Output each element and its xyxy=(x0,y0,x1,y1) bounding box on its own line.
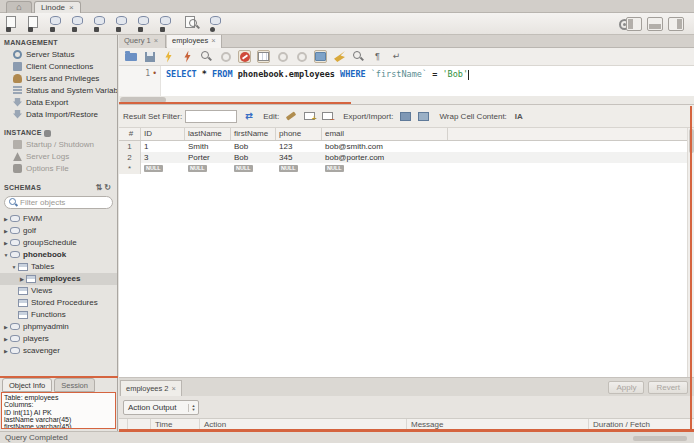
tree-item-employees[interactable]: ▶employees xyxy=(0,273,117,285)
chevron-right-icon[interactable]: ▶ xyxy=(18,276,26,282)
cell-firstname[interactable]: Bob xyxy=(231,152,276,163)
sidebar-item-server-status[interactable]: Server Status xyxy=(0,48,117,60)
close-icon[interactable]: × xyxy=(211,36,215,45)
chevron-right-icon[interactable]: ▶ xyxy=(2,348,10,354)
refresh-icon[interactable]: ↻ xyxy=(104,183,113,192)
wrap-cell-icon[interactable]: IA xyxy=(513,110,525,122)
autocommit-toggle-icon[interactable] xyxy=(314,50,327,63)
sql-code-editor[interactable]: 1• SELECT * FROM phonebook.employees WHE… xyxy=(119,66,694,96)
chevron-right-icon[interactable]: ▶ xyxy=(2,324,10,330)
search-table-data-icon[interactable] xyxy=(185,16,201,32)
sql-statement[interactable]: SELECT * FROM phonebook.employees WHERE … xyxy=(161,66,469,96)
column-header-lastname[interactable]: lastName xyxy=(185,128,231,140)
home-tab[interactable]: ⌂ xyxy=(6,1,32,13)
cell-email[interactable]: bob@smith.com xyxy=(322,141,448,152)
tree-item-phpmyadmin[interactable]: ▶phpmyadmin xyxy=(0,321,117,333)
cell-firstname[interactable]: Bob xyxy=(231,141,276,152)
new-query-tab-icon[interactable] xyxy=(6,16,22,32)
execute-icon[interactable] xyxy=(162,50,175,63)
cell-lastname[interactable]: Porter xyxy=(185,152,231,163)
sidebar-item-startup-shutdown[interactable]: Startup / Shutdown xyxy=(0,139,117,151)
table-row[interactable]: 1 1 Smith Bob 123 bob@smith.com xyxy=(119,141,694,152)
delete-row-icon[interactable] xyxy=(321,110,333,122)
sidebar-item-data-export[interactable]: Data Export xyxy=(0,96,117,108)
cell-phone[interactable]: 345 xyxy=(276,152,322,163)
cell-email[interactable]: bob@porter.com xyxy=(322,152,448,163)
tree-item-views[interactable]: Views xyxy=(0,285,117,297)
export-icon[interactable] xyxy=(399,110,411,122)
sidebar-item-options-file[interactable]: Options File xyxy=(0,163,117,175)
output-type-select[interactable]: Action Output ▲▼ xyxy=(123,400,199,415)
sidebar-item-data-import[interactable]: Data Import/Restore xyxy=(0,108,117,120)
rollback-icon[interactable] xyxy=(295,50,308,63)
chevron-right-icon[interactable]: ▶ xyxy=(2,216,10,222)
tree-item-tables[interactable]: ▼Tables xyxy=(0,261,117,273)
tree-item-fwm[interactable]: ▶FWM xyxy=(0,213,117,225)
schema-filter[interactable]: Filter objects xyxy=(4,196,113,209)
limit-rows-icon[interactable] xyxy=(257,50,270,63)
sidebar-item-status-variables[interactable]: Status and System Variables xyxy=(0,84,117,96)
toggle-left-panel-button[interactable] xyxy=(626,17,642,31)
import-icon[interactable] xyxy=(417,110,429,122)
explain-icon[interactable] xyxy=(200,50,213,63)
execute-current-icon[interactable] xyxy=(181,50,194,63)
edit-record-icon[interactable] xyxy=(285,110,297,122)
reconnect-dbms-icon[interactable] xyxy=(210,16,226,32)
tree-item-stored-procedures[interactable]: Stored Procedures xyxy=(0,297,117,309)
column-header-rownum[interactable]: # xyxy=(119,128,141,140)
tab-session[interactable]: Session xyxy=(54,378,95,392)
chevron-right-icon[interactable]: ▶ xyxy=(2,228,10,234)
cell-phone[interactable]: 123 xyxy=(276,141,322,152)
stop-icon[interactable] xyxy=(219,50,232,63)
close-icon[interactable]: × xyxy=(154,36,158,45)
chevron-right-icon[interactable]: ▶ xyxy=(2,336,10,342)
tab-employees-2[interactable]: employees 2× xyxy=(120,380,182,397)
refresh-results-icon[interactable]: ⇄ xyxy=(243,110,255,122)
stop-on-error-toggle-icon[interactable] xyxy=(238,50,251,63)
apply-button[interactable]: Apply xyxy=(608,381,644,394)
new-table-icon[interactable] xyxy=(72,16,88,32)
beautify-icon[interactable] xyxy=(333,50,346,63)
tree-item-groupschedule[interactable]: ▶groupSchedule xyxy=(0,237,117,249)
show-invisibles-icon[interactable]: ¶ xyxy=(371,50,384,63)
new-procedure-icon[interactable] xyxy=(116,16,132,32)
chevron-right-icon[interactable]: ▶ xyxy=(2,240,10,246)
column-header-email[interactable]: email xyxy=(322,128,448,140)
tree-item-functions[interactable]: Functions xyxy=(0,309,117,321)
toggle-right-panel-button[interactable] xyxy=(668,17,684,31)
open-file-icon[interactable] xyxy=(124,50,137,63)
add-row-icon[interactable] xyxy=(303,110,315,122)
tree-item-scavenger[interactable]: ▶scavenger xyxy=(0,345,117,357)
tab-employees[interactable]: employees× xyxy=(167,35,222,48)
cell-id[interactable]: 3 xyxy=(141,152,185,163)
close-icon[interactable]: × xyxy=(172,384,176,393)
column-header-phone[interactable]: phone xyxy=(276,128,322,140)
new-row[interactable]: * NULL NULL NULL NULL NULL xyxy=(119,163,694,174)
new-function-icon[interactable] xyxy=(138,16,154,32)
tab-object-info[interactable]: Object Info xyxy=(2,378,52,392)
commit-icon[interactable] xyxy=(276,50,289,63)
cell-lastname[interactable]: Smith xyxy=(185,141,231,152)
connection-tab[interactable]: Linode× xyxy=(34,1,81,13)
find-icon[interactable] xyxy=(352,50,365,63)
tab-query1[interactable]: Query 1× xyxy=(119,35,166,48)
sidebar-item-server-logs[interactable]: Server Logs xyxy=(0,151,117,163)
save-icon[interactable] xyxy=(143,50,156,63)
table-row[interactable]: 2 3 Porter Bob 345 bob@porter.com xyxy=(119,152,694,163)
spinner-icon[interactable]: ▲▼ xyxy=(188,404,198,412)
drop-object-icon[interactable] xyxy=(160,16,176,32)
revert-button[interactable]: Revert xyxy=(648,381,688,394)
tree-item-players[interactable]: ▶players xyxy=(0,333,117,345)
sidebar-item-client-connections[interactable]: Client Connections xyxy=(0,60,117,72)
chevron-down-icon[interactable]: ▼ xyxy=(2,252,10,258)
close-icon[interactable]: × xyxy=(69,3,74,12)
column-header-id[interactable]: ID xyxy=(141,128,185,140)
new-schema-icon[interactable] xyxy=(50,16,66,32)
wrap-text-icon[interactable]: ↵ xyxy=(390,50,403,63)
tree-item-phonebook[interactable]: ▼phonebook xyxy=(0,249,117,261)
sidebar-item-users-privileges[interactable]: Users and Privileges xyxy=(0,72,117,84)
cell-id[interactable]: 1 xyxy=(141,141,185,152)
result-filter-input[interactable] xyxy=(185,110,237,123)
bottom-hscrollbar-thumb[interactable] xyxy=(633,436,687,441)
new-view-icon[interactable] xyxy=(94,16,110,32)
